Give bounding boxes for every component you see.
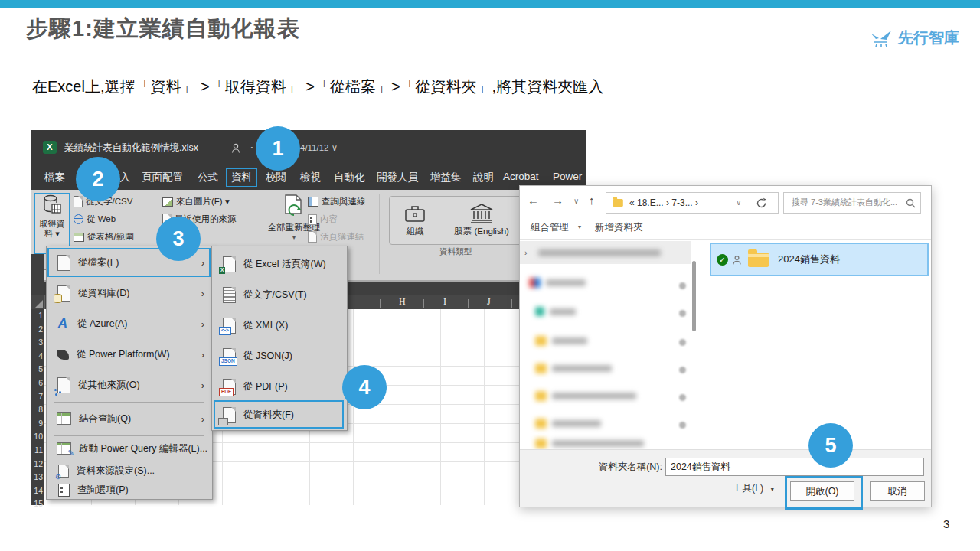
column-header[interactable]: H — [399, 296, 406, 308]
tab-data[interactable]: 資料 — [226, 168, 257, 187]
tab-review[interactable]: 校閱 — [266, 171, 286, 184]
open-button[interactable]: 開啟(O) — [790, 481, 854, 501]
excel-app-icon: X — [43, 141, 57, 154]
up-button[interactable]: ↑ — [589, 194, 595, 207]
column-header[interactable]: I — [443, 296, 446, 308]
combine-queries-icon — [57, 412, 71, 425]
menu-item-combine-queries[interactable]: 結合查詢(Q) › — [47, 404, 212, 433]
row-header[interactable]: 14 — [31, 484, 43, 498]
row-header[interactable]: 5 — [31, 363, 43, 377]
row-header[interactable]: 3 — [31, 336, 43, 350]
back-button[interactable]: ← — [528, 194, 539, 207]
text-csv-icon — [223, 287, 236, 303]
column-header[interactable]: J — [487, 296, 491, 308]
breadcrumb[interactable]: « 18.E... › 7-3... › — [629, 197, 698, 208]
search-icon[interactable] — [906, 198, 916, 208]
folder-name-input[interactable] — [665, 458, 924, 476]
tab-power[interactable]: Power — [553, 171, 582, 182]
step-marker-4: 4 — [342, 365, 387, 409]
step-marker-2: 2 — [76, 157, 120, 201]
tab-view[interactable]: 檢視 — [300, 171, 321, 184]
tab-page-layout[interactable]: 頁面配置 — [142, 171, 183, 184]
row-header[interactable]: 6 — [31, 377, 43, 390]
sidebar-top-item[interactable]: › — [520, 241, 691, 264]
row-header[interactable]: 13 — [31, 471, 43, 484]
submenu-item-from-excel-workbook[interactable]: X 從 Excel 活頁簿(W) — [212, 249, 347, 279]
expand-arrow-icon[interactable]: › — [524, 248, 528, 257]
folder-item-label: 2024銷售資料 — [778, 253, 840, 266]
sidebar-item-redacted[interactable] — [535, 364, 612, 373]
from-web-button[interactable]: 從 Web — [74, 214, 134, 225]
get-data-button[interactable]: 取得資料 ▾ — [34, 193, 70, 254]
tab-help[interactable]: 說明 — [473, 171, 494, 184]
stocks-data-type[interactable]: 股票 (English) — [454, 204, 509, 237]
tab-automate[interactable]: 自動化 — [334, 171, 365, 184]
menu-item-from-power-platform[interactable]: 從 Power Platform(W) › — [47, 340, 212, 369]
dialog-footer: 資料夾名稱(N): 工具(L) ▾ 開啟(O) 取消 — [520, 449, 931, 507]
row-header[interactable]: 2 — [31, 323, 43, 337]
tools-menu-button[interactable]: 工具(L) ▾ — [733, 482, 774, 495]
menu-item-query-options[interactable]: 查詢選項(P) — [47, 481, 212, 499]
sidebar-scrollbar[interactable] — [692, 261, 696, 331]
new-folder-button[interactable]: 新增資料夾 — [595, 221, 643, 234]
row-header[interactable]: 11 — [31, 444, 43, 458]
row-header[interactable]: 4 — [31, 350, 43, 364]
organization-data-type[interactable]: 組織 — [403, 204, 426, 237]
row-header[interactable]: 8 — [31, 403, 43, 417]
row-header[interactable]: 10 — [31, 430, 43, 444]
from-table-range-button[interactable]: 從表格/範圍 — [74, 231, 134, 243]
tab-addins[interactable]: 增益集 — [430, 171, 462, 184]
tab-file[interactable]: 檔案 — [44, 171, 65, 184]
folder-item-selected[interactable]: ✓ 2024銷售資料 — [710, 243, 929, 276]
organize-menu[interactable]: 組合管理 — [531, 221, 569, 234]
refresh-icon[interactable] — [756, 197, 767, 209]
excel-titlebar: X 業績統計表自動化範例情境.xlsx ・上次修 4/11/12 ∨ — [31, 130, 586, 165]
search-box[interactable] — [783, 192, 921, 214]
tab-acrobat[interactable]: Acrobat — [503, 171, 539, 182]
tab-developer[interactable]: 開發人員 — [377, 171, 418, 184]
from-file-submenu: X 從 Excel 活頁簿(W) 從文字/CSV(T) <•> 從 XML(X)… — [211, 246, 348, 431]
row-header[interactable]: 9 — [31, 417, 43, 431]
from-picture-button[interactable]: 來自圖片(F) ▾ — [162, 196, 237, 207]
forward-button[interactable]: → — [552, 194, 564, 207]
excel-workbook-icon: X — [223, 256, 236, 272]
recent-locations-chevron[interactable]: ∨ — [573, 197, 579, 205]
search-input[interactable] — [790, 197, 906, 207]
workbook-filename: 業績統計表自動化範例情境.xlsx — [64, 142, 198, 155]
row-header[interactable]: 1 — [31, 309, 43, 323]
row-header[interactable]: 7 — [31, 390, 43, 404]
refresh-icon — [283, 194, 305, 220]
step-marker-3: 3 — [156, 217, 201, 261]
sidebar-item-redacted[interactable] — [535, 307, 576, 316]
sidebar-item-redacted[interactable] — [535, 391, 636, 401]
last-modified-date[interactable]: 4/11/12 ∨ — [300, 142, 338, 153]
menu-item-from-other-sources[interactable]: 從其他來源(O) › — [47, 370, 212, 399]
from-folder-highlight — [214, 400, 344, 429]
submenu-item-from-xml[interactable]: <•> 從 XML(X) — [212, 311, 347, 340]
xml-icon: <•> — [223, 318, 236, 334]
menu-item-from-database[interactable]: 從資料庫(D) › — [47, 279, 212, 308]
workbook-links-button: 活頁簿連結 — [308, 231, 366, 243]
sidebar-item-redacted[interactable] — [535, 439, 644, 448]
queries-connections-button[interactable]: 查詢與連線 — [308, 196, 366, 207]
submenu-item-from-text-csv[interactable]: 從文字/CSV(T) — [212, 280, 347, 309]
dialog-toolbar: 組合管理 ▾ 新增資料夾 ▾ ? — [520, 217, 931, 238]
tab-formulas[interactable]: 公式 — [198, 171, 218, 184]
submenu-item-from-pdf[interactable]: PDF 從 PDF(P) — [212, 372, 347, 401]
submenu-item-from-json[interactable]: JSON 從 JSON(J) — [212, 341, 347, 370]
data-source-settings-icon: ⚙ — [58, 465, 69, 478]
sidebar-item-redacted[interactable] — [535, 336, 587, 346]
step-marker-5: 5 — [808, 423, 853, 468]
ribbon-group-label: 資料類型 — [389, 246, 522, 257]
cancel-button[interactable]: 取消 — [870, 481, 925, 501]
menu-item-data-source-settings[interactable]: ⚙ 資料來源設定(S)... — [47, 461, 212, 481]
menu-item-launch-power-query-editor[interactable]: ✎ 啟動 Power Query 編輯器(L)... — [47, 438, 212, 459]
sidebar-item-redacted[interactable] — [529, 278, 586, 288]
menu-item-from-azure[interactable]: A 從 Azure(A) › — [47, 309, 212, 338]
address-dropdown-chevron[interactable]: ∨ — [736, 199, 741, 207]
select-all-corner[interactable] — [31, 295, 45, 309]
row-header[interactable]: 15 — [31, 497, 43, 511]
sidebar-item-redacted[interactable] — [535, 419, 601, 429]
row-header[interactable]: 12 — [31, 458, 43, 471]
address-bar[interactable]: « 18.E... › 7-3... › ∨ — [606, 192, 779, 214]
